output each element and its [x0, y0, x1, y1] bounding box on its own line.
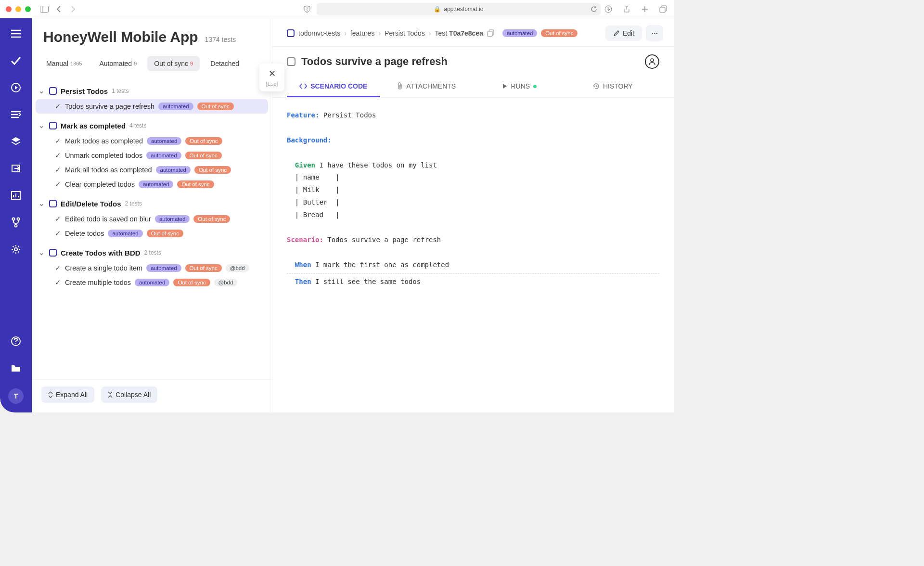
- forward-icon[interactable]: [68, 4, 78, 14]
- breadcrumb: todomvc-tests › features › Persist Todos…: [298, 29, 578, 37]
- suite: ⌄Persist Todos1 tests✓Todos survive a pa…: [36, 85, 268, 114]
- tab-runs[interactable]: RUNS: [473, 77, 566, 97]
- expand-all-button[interactable]: Expand All: [41, 386, 94, 403]
- url-text: app.testomat.io: [444, 6, 483, 13]
- test-name: Edited todo is saved on blur: [65, 215, 151, 223]
- tab-attachments[interactable]: ATTACHMENTS: [380, 77, 474, 97]
- test-row[interactable]: ✓Mark all todos as completedautomatedOut…: [36, 163, 268, 177]
- check-icon: ✓: [55, 180, 61, 188]
- crumb-folder[interactable]: features: [350, 29, 375, 37]
- test-name: Unmark completed todos: [65, 152, 142, 159]
- suite-checkbox[interactable]: [49, 249, 57, 257]
- analytics-icon[interactable]: [9, 189, 23, 202]
- minimize-window-icon[interactable]: [15, 6, 21, 12]
- suite-header[interactable]: ⌄Edit/Delete Todos2 tests: [36, 197, 268, 210]
- close-icon[interactable]: ✕: [262, 68, 282, 79]
- badge-outofsync: Out of sync: [185, 137, 222, 145]
- suite-note: 4 tests: [129, 122, 146, 129]
- crumb-project[interactable]: todomvc-tests: [298, 29, 340, 37]
- tab-scenario-code[interactable]: SCENARIO CODE: [287, 77, 380, 97]
- maximize-window-icon[interactable]: [25, 6, 31, 12]
- tabs-icon[interactable]: [658, 4, 668, 14]
- import-icon[interactable]: [9, 162, 23, 175]
- tests-icon[interactable]: [9, 54, 23, 67]
- chevron-down-icon[interactable]: ⌄: [38, 199, 45, 208]
- project-test-count: 1374 tests: [205, 36, 236, 43]
- suite-header[interactable]: ⌄Mark as completed4 tests: [36, 119, 268, 132]
- test-name: Mark todos as completed: [65, 137, 143, 145]
- test-title: Todos survive a page refresh: [301, 55, 448, 68]
- project-title: HoneyWell Mobile App: [43, 29, 198, 45]
- filter-tabs: Manual1365 Automated9 Out of sync9 Detac…: [32, 49, 272, 76]
- help-icon[interactable]: [9, 334, 23, 348]
- crumb-suite[interactable]: Persist Todos: [385, 29, 425, 37]
- badge-outofsync: Out of sync: [194, 166, 231, 174]
- suite-checkbox[interactable]: [49, 87, 57, 95]
- chevron-down-icon[interactable]: ⌄: [38, 87, 45, 95]
- shield-icon[interactable]: [302, 4, 312, 14]
- collapse-all-button[interactable]: Collapse All: [101, 386, 157, 403]
- edit-button[interactable]: Edit: [605, 26, 642, 41]
- test-row[interactable]: ✓Create a single todo itemautomatedOut o…: [36, 261, 268, 275]
- suite-header[interactable]: ⌄Create Todos with BDD2 tests: [36, 246, 268, 259]
- share-icon[interactable]: [622, 4, 631, 14]
- test-row[interactable]: ✓Todos survive a page refreshautomatedOu…: [36, 99, 268, 114]
- url-bar[interactable]: 🔒 app.testomat.io: [317, 3, 601, 15]
- browser-chrome: 🔒 app.testomat.io: [0, 0, 674, 18]
- check-icon: ✓: [55, 230, 61, 237]
- tab-detached[interactable]: Detached: [204, 56, 246, 71]
- more-button[interactable]: ⋯: [646, 25, 663, 41]
- plans-icon[interactable]: [9, 108, 23, 121]
- suite-note: 2 tests: [144, 249, 161, 256]
- suite-checkbox[interactable]: [49, 200, 57, 207]
- assignee-icon[interactable]: [645, 54, 659, 69]
- check-icon: ✓: [55, 279, 61, 286]
- badge-automated: automated: [158, 103, 193, 110]
- test-row[interactable]: ✓Delete todosautomatedOut of sync: [36, 226, 268, 241]
- close-detail-popup[interactable]: ✕ [Esc]: [259, 64, 284, 91]
- svg-point-8: [13, 218, 15, 220]
- tab-history[interactable]: HISTORY: [566, 77, 660, 97]
- folder-icon[interactable]: [9, 361, 23, 375]
- title-checkbox[interactable]: [287, 57, 295, 66]
- checkbox-icon[interactable]: [287, 29, 295, 37]
- badge-outofsync: Out of sync: [147, 230, 183, 237]
- layers-icon[interactable]: [9, 135, 23, 148]
- test-list-pane: HoneyWell Mobile App 1374 tests Manual13…: [32, 18, 272, 412]
- user-avatar[interactable]: T: [8, 388, 24, 404]
- suite-header[interactable]: ⌄Persist Todos1 tests: [36, 85, 268, 97]
- back-icon[interactable]: [54, 4, 64, 14]
- badge-automated: automated: [502, 29, 537, 37]
- suite: ⌄Create Todos with BDD2 tests✓Create a s…: [36, 246, 268, 290]
- check-icon: ✓: [55, 215, 61, 223]
- tab-automated[interactable]: Automated9: [92, 56, 143, 71]
- test-row[interactable]: ✓Edited todo is saved on blurautomatedOu…: [36, 212, 268, 226]
- svg-rect-0: [40, 6, 49, 12]
- test-row[interactable]: ✓Create multiple todosautomatedOut of sy…: [36, 275, 268, 290]
- tab-outofsync[interactable]: Out of sync9: [147, 56, 200, 71]
- suite-note: 2 tests: [125, 200, 142, 207]
- copy-icon[interactable]: [487, 29, 495, 37]
- close-window-icon[interactable]: [6, 6, 12, 12]
- check-icon: ✓: [55, 264, 61, 272]
- check-icon: ✓: [55, 152, 61, 159]
- chevron-down-icon[interactable]: ⌄: [38, 121, 45, 130]
- test-row[interactable]: ✓Mark todos as completedautomatedOut of …: [36, 134, 268, 148]
- runs-icon[interactable]: [9, 81, 23, 94]
- menu-icon[interactable]: [9, 27, 23, 40]
- badge-automated: automated: [135, 279, 169, 286]
- suite-checkbox[interactable]: [49, 122, 57, 129]
- settings-icon[interactable]: [9, 243, 23, 256]
- badge-outofsync: Out of sync: [173, 279, 210, 286]
- test-row[interactable]: ✓Clear completed todosautomatedOut of sy…: [36, 177, 268, 192]
- test-row[interactable]: ✓Unmark completed todosautomatedOut of s…: [36, 148, 268, 163]
- sidebar-toggle-icon[interactable]: [39, 4, 49, 14]
- chevron-down-icon[interactable]: ⌄: [38, 248, 45, 257]
- tab-manual[interactable]: Manual1365: [39, 56, 89, 71]
- test-name: Todos survive a page refresh: [65, 103, 154, 110]
- branch-icon[interactable]: [9, 216, 23, 229]
- download-icon[interactable]: [603, 4, 613, 14]
- badge-automated: automated: [155, 215, 190, 223]
- new-tab-icon[interactable]: [640, 4, 650, 14]
- reload-icon[interactable]: [589, 4, 599, 14]
